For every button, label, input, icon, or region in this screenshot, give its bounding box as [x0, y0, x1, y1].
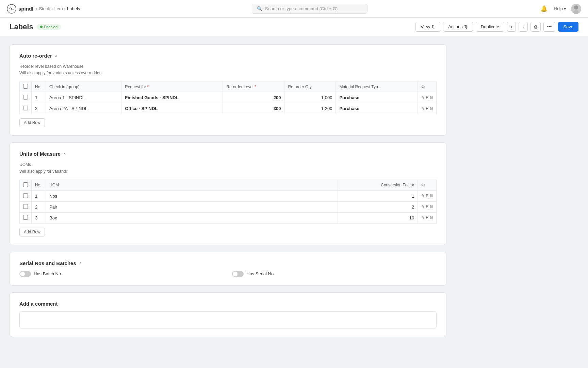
search-bar[interactable]: 🔍 Search or type a command (Ctrl + G) — [252, 4, 368, 14]
table-row: 3 Box 10 ✎ Edit — [20, 212, 437, 223]
uom-row3-uom: Box — [46, 212, 338, 223]
comment-input[interactable] — [19, 311, 437, 328]
comment-title: Add a comment — [19, 301, 58, 307]
auto-reorder-table: No. Check in (group) Request for * Re-or… — [19, 81, 437, 114]
auto-reorder-collapse-icon[interactable]: ∧ — [55, 53, 58, 58]
avatar[interactable] — [571, 4, 581, 14]
has-batch-no-label: Has Batch No — [34, 271, 61, 276]
uom-row1-edit[interactable]: ✎ Edit — [421, 194, 433, 198]
logo-text: spindl — [18, 6, 33, 12]
help-label: Help — [554, 6, 563, 11]
duplicate-button[interactable]: Duplicate — [476, 22, 504, 32]
auto-reorder-row1-qty: 1,000 — [284, 92, 336, 103]
scrollable-content: Auto re-order ∧ Reorder level based on W… — [0, 36, 588, 368]
auto-reorder-gear-icon[interactable]: ⚙ — [421, 85, 425, 89]
help-button[interactable]: Help ▾ — [554, 6, 566, 11]
auto-reorder-row2-edit[interactable]: ✎ Edit — [421, 106, 433, 111]
notification-button[interactable]: 🔔 — [539, 4, 549, 14]
table-row: 2 Pair 2 ✎ Edit — [20, 201, 437, 212]
auto-reorder-title: Auto re-order — [19, 53, 52, 59]
has-serial-no-field: Has Serial No — [232, 271, 437, 277]
auto-reorder-row2-cb[interactable] — [23, 106, 28, 110]
auto-reorder-row2-checkin: Arena 2A - SPINDL — [46, 103, 121, 114]
uom-table: No. UOM Conversion Factor ⚙ 1 Nos 1 ✎ E — [19, 180, 437, 224]
uom-row1-cb[interactable] — [23, 193, 28, 198]
page-header: Labels Enabled View ⇅ Actions ⇅ Duplicat… — [0, 18, 588, 36]
next-button[interactable]: › — [519, 22, 527, 32]
serial-batches-title: Serial Nos and Batches — [19, 260, 76, 266]
nav-left: spindl › Stock › Item › Labels — [7, 4, 80, 14]
uom-desc-text: Will also apply for variants — [19, 168, 437, 175]
auto-reorder-row2-qty: 1,200 — [284, 103, 336, 114]
edit-icon: ✎ — [421, 95, 425, 100]
edit-icon4: ✎ — [421, 204, 425, 209]
uom-gear-icon[interactable]: ⚙ — [421, 183, 425, 187]
has-serial-no-label: Has Serial No — [246, 271, 274, 276]
auto-reorder-col-no: No. — [32, 81, 46, 92]
auto-reorder-row1-cb[interactable] — [23, 95, 28, 99]
more-icon: ••• — [547, 24, 552, 29]
table-row: 2 Arena 2A - SPINDL Office - SPINDL 300 … — [20, 103, 437, 114]
auto-reorder-row1-checkin: Arena 1 - SPINDL — [46, 92, 121, 103]
uom-row3-cf: 10 — [338, 212, 418, 223]
bell-icon: 🔔 — [540, 5, 548, 12]
page-wrapper: Labels Enabled View ⇅ Actions ⇅ Duplicat… — [0, 0, 588, 368]
auto-reorder-row1-type: Purchase — [336, 92, 418, 103]
auto-reorder-row1-edit[interactable]: ✎ Edit — [421, 95, 433, 100]
auto-reorder-col-request: Request for * — [121, 81, 223, 92]
has-batch-no-knob — [20, 272, 25, 276]
view-chevron-icon: ⇅ — [431, 24, 435, 29]
chevron-down-icon: ▾ — [564, 6, 566, 11]
uom-row2-edit[interactable]: ✎ Edit — [421, 204, 433, 209]
main-content: Auto re-order ∧ Reorder level based on W… — [0, 36, 456, 352]
breadcrumb-item[interactable]: Item — [54, 6, 63, 11]
print-button[interactable]: ⎙ — [530, 22, 541, 32]
search-placeholder: Search or type a command (Ctrl + G) — [265, 6, 338, 11]
serial-batches-collapse-icon[interactable]: ∧ — [79, 261, 82, 265]
print-icon: ⎙ — [534, 24, 537, 29]
comment-card: Add a comment — [10, 292, 446, 337]
view-button[interactable]: View ⇅ — [415, 22, 440, 32]
uom-select-all[interactable] — [23, 182, 28, 187]
actions-button[interactable]: Actions ⇅ — [443, 22, 473, 32]
uom-sub-label: UOMs — [19, 162, 437, 168]
prev-icon: ‹ — [511, 24, 512, 29]
auto-reorder-row2-no: 2 — [32, 103, 46, 114]
auto-reorder-select-all[interactable] — [23, 84, 28, 89]
auto-reorder-add-row[interactable]: Add Row — [19, 118, 45, 127]
next-icon: › — [522, 24, 524, 29]
auto-reorder-col-level: Re-order Level * — [223, 81, 284, 92]
has-batch-no-toggle[interactable] — [19, 271, 31, 277]
uom-row3-cb[interactable] — [23, 215, 28, 220]
breadcrumb-sep3: › — [64, 6, 66, 11]
units-of-measure-card: Units of Measure ∧ UOMs Will also apply … — [10, 142, 446, 245]
logo[interactable]: spindl — [7, 4, 33, 14]
uom-add-row[interactable]: Add Row — [19, 228, 45, 236]
auto-reorder-col-type: Material Request Typ... — [336, 81, 418, 92]
uom-row2-cb[interactable] — [23, 204, 28, 209]
uom-col-uom: UOM — [46, 180, 338, 190]
breadcrumb-stock[interactable]: Stock — [39, 6, 50, 11]
has-serial-no-toggle[interactable] — [232, 271, 244, 277]
edit-icon3: ✎ — [421, 194, 425, 198]
auto-reorder-row1-level: 200 — [223, 92, 284, 103]
auto-reorder-row2-level: 300 — [223, 103, 284, 114]
edit-icon5: ✎ — [421, 215, 425, 220]
auto-reorder-col-checkin: Check in (group) — [46, 81, 121, 92]
save-button[interactable]: Save — [558, 22, 578, 32]
uom-collapse-icon[interactable]: ∧ — [63, 152, 66, 156]
more-button[interactable]: ••• — [543, 22, 556, 32]
top-navigation: spindl › Stock › Item › Labels 🔍 Search … — [0, 0, 588, 18]
serial-batches-fields: Has Batch No Has Serial No — [19, 271, 437, 277]
uom-row3-edit[interactable]: ✎ Edit — [421, 215, 433, 220]
breadcrumb-sep: › — [36, 6, 37, 11]
duplicate-label: Duplicate — [481, 24, 499, 29]
uom-row1-cf: 1 — [338, 190, 418, 201]
svg-point-3 — [573, 10, 579, 14]
prev-button[interactable]: ‹ — [507, 22, 516, 32]
has-serial-no-knob — [233, 272, 238, 276]
svg-point-1 — [11, 8, 12, 10]
nav-right: 🔔 Help ▾ — [539, 4, 581, 14]
auto-reorder-desc: Reorder level based on Warehouse Will al… — [19, 63, 437, 76]
comment-header: Add a comment — [19, 301, 437, 307]
